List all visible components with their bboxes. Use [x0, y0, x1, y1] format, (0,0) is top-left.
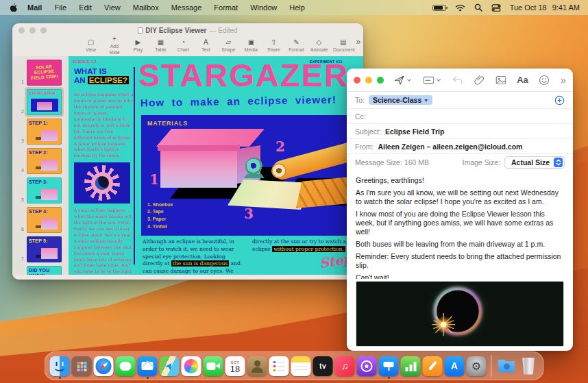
slide-thumbnail-5[interactable]: 5STEP 3:: [12, 176, 69, 206]
menu-help[interactable]: Help: [283, 3, 311, 12]
slide-canvas[interactable]: SCIENCE 4.2 EXPERIMENT #11 WHAT IS AN EC…: [69, 56, 363, 275]
kn-tool-format[interactable]: ✎Format: [285, 38, 308, 53]
cc-field[interactable]: Cc:: [347, 109, 573, 124]
slide-thumbnail-preview: STEP 2:: [27, 148, 62, 174]
dock-contacts[interactable]: [247, 356, 267, 376]
mail-paragraph: As I'm sure you all know, we will be set…: [356, 188, 564, 206]
minimize-button[interactable]: [29, 27, 36, 34]
slide-thumbnail-1[interactable]: 1SOLAR ECLIPSE FIELD TRIP!: [12, 58, 69, 88]
slide-thumbnail-7[interactable]: 7STEP 5:: [12, 235, 69, 264]
reply-button[interactable]: [452, 75, 463, 85]
keynote-content: 1SOLAR ECLIPSE FIELD TRIP!2STARGAZER3STE…: [12, 56, 363, 275]
dock-maps[interactable]: [160, 356, 180, 376]
kn-tool-table[interactable]: ▦Table: [149, 38, 172, 53]
emoji-button[interactable]: [539, 75, 550, 86]
toolbar-overflow-button[interactable]: »: [356, 35, 361, 47]
send-button[interactable]: [393, 75, 412, 86]
dock-facetime[interactable]: [204, 356, 223, 376]
control-center-icon[interactable]: [491, 4, 501, 12]
dock-numbers[interactable]: [401, 356, 421, 376]
spotlight-search-icon[interactable]: [474, 3, 482, 12]
dock-safari[interactable]: [94, 356, 114, 376]
menu-mail[interactable]: Mail: [21, 3, 48, 12]
menu-view[interactable]: View: [98, 3, 127, 12]
dock-downloads[interactable]: [497, 356, 517, 376]
slide-thumbnail-8[interactable]: 8DID YOU KNOW...: [12, 264, 69, 275]
menu-message[interactable]: Message: [165, 3, 208, 12]
kn-tool-media[interactable]: ▣Media: [240, 38, 262, 53]
menu-bar-time[interactable]: 9:41 AM: [552, 3, 580, 12]
slide-thumbnail-preview: STEP 5:: [27, 236, 62, 262]
shoebox-front: [160, 149, 237, 188]
chart-icon: ◔: [175, 38, 192, 47]
dock-mail[interactable]: [138, 356, 158, 376]
kn-tool-shape[interactable]: ▱Shape: [217, 38, 240, 53]
kn-tool-document[interactable]: ▤Document: [330, 38, 356, 53]
status-menus: Tue Oct 18 9:41 AM: [432, 3, 580, 12]
dock-launchpad[interactable]: [72, 356, 92, 376]
dock-podcasts[interactable]: [357, 356, 377, 376]
dock-messages[interactable]: [116, 356, 136, 376]
dock-settings[interactable]: ⚙: [467, 356, 487, 376]
slide-thumbnail-4[interactable]: 4STEP 2:: [12, 147, 69, 176]
tape-illustration: [244, 158, 266, 178]
mail-toolbar[interactable]: Aa »: [347, 69, 573, 92]
dock-pages[interactable]: [423, 356, 443, 376]
kn-tool-share[interactable]: ⇧Share: [262, 38, 285, 53]
image-size-select[interactable]: Actual Size: [504, 156, 565, 169]
finder-icon: [50, 356, 70, 376]
dock-music[interactable]: ♫: [335, 356, 355, 376]
to-field[interactable]: To: Science-Class▼: [347, 92, 573, 109]
zoom-button[interactable]: [377, 77, 384, 84]
menu-bar-date[interactable]: Tue Oct 18: [510, 3, 547, 12]
attach-file-button[interactable]: [474, 75, 485, 86]
slide-thumbnail-3[interactable]: 3STEP 1:: [12, 117, 69, 147]
eclipse-photo-attachment[interactable]: [356, 281, 564, 347]
subject-field[interactable]: Subject: Eclipse Field Trip: [347, 124, 573, 139]
menu-format[interactable]: Format: [208, 3, 244, 12]
kn-tool-text[interactable]: AText: [195, 38, 217, 53]
dock-finder[interactable]: [50, 356, 70, 376]
battery-icon[interactable]: [432, 5, 446, 11]
slide-thumbnail-preview: STEP 4:: [27, 207, 62, 233]
dock-reminders[interactable]: [269, 356, 289, 376]
add-recipient-button[interactable]: [554, 95, 565, 106]
close-button[interactable]: [19, 27, 25, 34]
recipient-token[interactable]: Science-Class▼: [369, 95, 432, 105]
header-fields-button[interactable]: [423, 75, 441, 85]
dock-trash[interactable]: [519, 356, 539, 376]
keynote-title-bar[interactable]: DIY Eclipse Viewer— Edited: [12, 23, 363, 34]
menu-window[interactable]: Window: [244, 3, 283, 12]
slide-thumbnail-2[interactable]: 2STARGAZER: [12, 88, 69, 117]
close-button[interactable]: [354, 77, 360, 84]
calendar-day-label: 18: [230, 365, 240, 374]
keynote-toolbar-buttons: ▢View+Add Slide▶Play▦Table◔ChartAText▱Sh…: [79, 35, 356, 55]
dock-keynote[interactable]: [379, 356, 399, 376]
menu-mailbox[interactable]: Mailbox: [127, 3, 165, 12]
dock-calendar[interactable]: OCT18: [225, 356, 245, 376]
menu-file[interactable]: File: [48, 3, 73, 12]
insert-photo-button[interactable]: [495, 75, 506, 85]
dock-tv[interactable]: tv: [313, 356, 333, 376]
apple-menu-icon[interactable]: [8, 3, 17, 12]
toolbar-overflow-button[interactable]: »: [561, 75, 566, 85]
kn-tool-animate[interactable]: ◇Animate: [308, 38, 330, 53]
dock-notes[interactable]: [291, 356, 311, 376]
from-label: From:: [355, 143, 373, 151]
wifi-icon[interactable]: [455, 4, 465, 12]
minimize-button[interactable]: [365, 77, 372, 84]
message-body[interactable]: Greetings, earthlings!As I'm sure you al…: [347, 171, 573, 279]
dock-photos[interactable]: [182, 356, 201, 376]
document-icon: [138, 27, 143, 34]
format-text-button[interactable]: Aa: [517, 75, 528, 85]
zoom-button[interactable]: [40, 27, 47, 34]
dock-appstore[interactable]: A: [445, 356, 465, 376]
shoebox-lid: [156, 129, 265, 147]
kn-tool-play[interactable]: ▶Play: [127, 38, 149, 53]
kn-tool-chart[interactable]: ◔Chart: [172, 38, 195, 53]
menu-edit[interactable]: Edit: [73, 3, 98, 12]
kn-tool-add-slide[interactable]: +Add Slide: [102, 35, 127, 55]
kn-tool-view[interactable]: ▢View: [79, 38, 102, 53]
from-field[interactable]: From: Aileen Zeigen – aileen.zeigen@iclo…: [347, 139, 573, 154]
slide-thumbnail-6[interactable]: 6STEP 4:: [12, 206, 69, 235]
